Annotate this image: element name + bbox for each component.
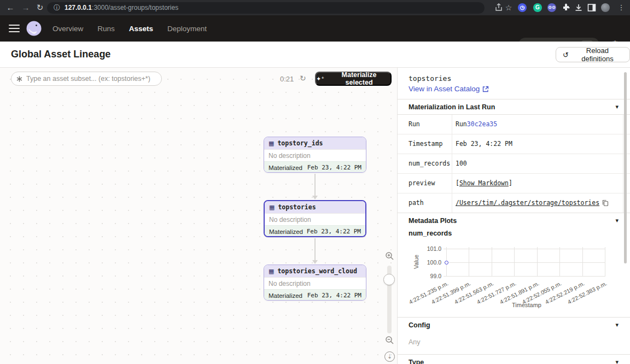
section-materialization[interactable]: Materialization in Last Run ▾ bbox=[398, 99, 630, 114]
catalog-link-label: View in Asset Catalog bbox=[409, 85, 480, 93]
metadata-plot bbox=[444, 247, 605, 277]
section-title: Config bbox=[409, 321, 430, 329]
show-markdown-link[interactable]: Show Markdown bbox=[459, 174, 509, 193]
browser-back-icon[interactable]: ← bbox=[4, 2, 16, 14]
run-prefix: Run bbox=[456, 115, 467, 134]
asset-details-panel: topstories View in Asset Catalog Materia… bbox=[397, 68, 630, 364]
asset-node-description: No description bbox=[265, 213, 365, 225]
browser-forward-icon[interactable]: → bbox=[20, 2, 32, 14]
section-config[interactable]: Config ▾ bbox=[398, 317, 630, 332]
edge-arrowhead bbox=[312, 260, 318, 264]
details-scrollbar[interactable] bbox=[624, 72, 627, 263]
nav-overview[interactable]: Overview bbox=[52, 25, 83, 33]
graph-refresh-icon[interactable]: ↻ bbox=[300, 74, 306, 83]
bookmark-star-icon[interactable]: ☆ bbox=[504, 3, 514, 13]
zoom-to-fit-icon[interactable]: ⇣ bbox=[384, 351, 395, 362]
table-row-num-records: num_records 100 bbox=[398, 154, 630, 174]
row-label: preview bbox=[409, 174, 435, 193]
row-label: path bbox=[409, 193, 424, 213]
asset-node-topstories[interactable]: ▦topstories No description MaterializedF… bbox=[264, 200, 366, 237]
y-tick: 101.0 bbox=[419, 245, 441, 252]
edge-arrowhead bbox=[312, 196, 318, 199]
run-id-link[interactable]: 30c2ea35 bbox=[467, 115, 497, 134]
chevron-down-icon: ▾ bbox=[615, 217, 619, 224]
browser-menu-icon[interactable]: ⋮ bbox=[616, 3, 626, 13]
browser-profile-avatar[interactable] bbox=[600, 3, 610, 13]
copy-icon[interactable] bbox=[602, 199, 609, 207]
path-link[interactable]: /Users/tim/.dagster/storage/topstories bbox=[456, 193, 599, 213]
table-icon: ▦ bbox=[269, 204, 275, 211]
browser-toolbar: ← → ↻ ⓘ 127.0.0.1:3000/asset-groups/tops… bbox=[0, 0, 630, 15]
address-bar[interactable]: ⓘ 127.0.0.1:3000/asset-groups/topstories bbox=[47, 2, 485, 14]
section-metadata-plots[interactable]: Metadata Plots ▾ bbox=[398, 213, 630, 228]
browser-reload-icon[interactable]: ↻ bbox=[34, 2, 46, 14]
reload-definitions-label: Reload definitions bbox=[572, 46, 623, 63]
asset-node-timestamp: Feb 23, 4:22 PM bbox=[307, 228, 361, 235]
zoom-in-icon[interactable] bbox=[385, 251, 394, 261]
table-row-timestamp: Timestamp Feb 23, 4:22 PM bbox=[398, 134, 630, 154]
row-label: Timestamp bbox=[409, 134, 442, 154]
nav-runs[interactable]: Runs bbox=[97, 25, 115, 33]
sidebar-toggle-icon[interactable] bbox=[587, 3, 597, 13]
nav-deployment[interactable]: Deployment bbox=[167, 25, 207, 33]
share-icon[interactable] bbox=[494, 3, 504, 13]
zoom-out-icon[interactable] bbox=[385, 336, 394, 345]
asset-filter-input[interactable] bbox=[26, 75, 152, 83]
section-title: Metadata Plots bbox=[409, 217, 457, 225]
downloads-icon[interactable] bbox=[574, 3, 584, 13]
chart-y-axis-label: Value bbox=[413, 251, 419, 273]
table-row-path: path /Users/tim/.dagster/storage/topstor… bbox=[398, 193, 630, 213]
table-icon: ▦ bbox=[269, 268, 274, 275]
bracket: ] bbox=[509, 174, 512, 193]
plot-title: num_records bbox=[409, 230, 452, 237]
asset-node-name: topstories bbox=[278, 203, 316, 211]
refresh-timer: 0:21 bbox=[280, 75, 299, 83]
extension-goggles-icon[interactable]: ⊙⊙ bbox=[547, 3, 557, 13]
nav-assets[interactable]: Assets bbox=[129, 25, 153, 33]
section-title: Materialization in Last Run bbox=[409, 103, 495, 111]
asset-filter[interactable] bbox=[11, 72, 162, 86]
num-records-value: 100 bbox=[456, 154, 467, 173]
external-link-icon bbox=[482, 86, 489, 92]
materialize-label: Materialize selected bbox=[328, 71, 390, 86]
table-row-preview: preview [Show Markdown] bbox=[398, 174, 630, 193]
hamburger-menu-icon[interactable] bbox=[9, 25, 20, 32]
section-type[interactable]: Type ▾ bbox=[398, 354, 630, 364]
page-header: Global Asset Lineage ↺ Reload definition… bbox=[0, 42, 630, 68]
chevron-down-icon: ▾ bbox=[615, 359, 619, 364]
op-selector-icon bbox=[16, 75, 23, 83]
dagster-app: ← → ↻ ⓘ 127.0.0.1:3000/asset-groups/tops… bbox=[0, 0, 630, 364]
asset-node-description: No description bbox=[264, 149, 366, 161]
asset-node-timestamp: Feb 23, 4:22 PM bbox=[307, 292, 361, 299]
asset-node-topstories-word-cloud[interactable]: ▦topstories_word_cloud No description Ma… bbox=[264, 265, 366, 301]
row-label: num_records bbox=[409, 154, 450, 173]
data-point[interactable] bbox=[445, 261, 448, 265]
app-navbar: Overview Runs Assets Deployment / ⚙ bbox=[0, 15, 630, 42]
asset-node-status: Materialized bbox=[269, 228, 303, 235]
materialization-table: Run Run 30c2ea35 Timestamp Feb 23, 4:22 … bbox=[398, 114, 630, 213]
materialize-selected-button[interactable]: ✦⁺ Materialize selected bbox=[315, 72, 392, 86]
config-value: Any bbox=[409, 338, 421, 346]
section-title: Type bbox=[409, 359, 424, 364]
chevron-down-icon: ▾ bbox=[615, 321, 619, 328]
y-tick: 100.0 bbox=[419, 259, 441, 266]
extension-grammarly-icon[interactable]: G bbox=[533, 3, 542, 13]
materialize-icon: ✦⁺ bbox=[316, 75, 324, 83]
selected-asset-name: topstories bbox=[409, 74, 451, 83]
edge-line bbox=[314, 238, 316, 260]
view-in-asset-catalog-link[interactable]: View in Asset Catalog bbox=[409, 85, 489, 93]
page-title: Global Asset Lineage bbox=[11, 49, 110, 60]
table-row-run: Run Run 30c2ea35 bbox=[398, 115, 630, 134]
reload-definitions-button[interactable]: ↺ Reload definitions bbox=[556, 47, 630, 62]
url-text: 127.0.0.1:3000/asset-groups/topstories bbox=[65, 2, 178, 14]
asset-node-topstory-ids[interactable]: ▦topstory_ids No description Materialize… bbox=[264, 137, 366, 173]
extensions-puzzle-icon[interactable] bbox=[561, 3, 571, 13]
extension-clock-icon[interactable]: ◷ bbox=[517, 3, 527, 13]
zoom-slider-handle[interactable] bbox=[383, 274, 395, 285]
bracket: [ bbox=[456, 174, 459, 193]
y-tick: 99.0 bbox=[419, 273, 441, 279]
asset-node-name: topstories_word_cloud bbox=[277, 267, 357, 275]
site-info-icon[interactable]: ⓘ bbox=[54, 2, 60, 14]
timestamp-value: Feb 23, 4:22 PM bbox=[456, 134, 512, 154]
chevron-down-icon: ▾ bbox=[615, 103, 619, 110]
